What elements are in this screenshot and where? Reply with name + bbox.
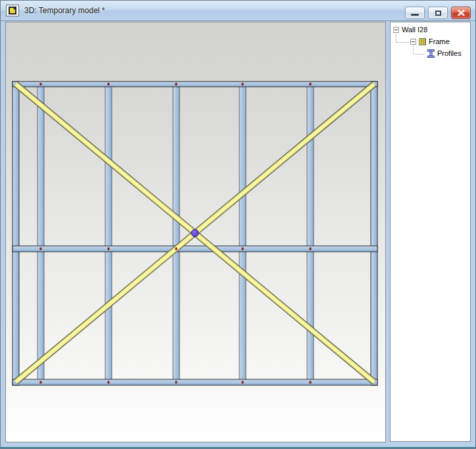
connection-marker	[242, 83, 244, 85]
connection-marker	[40, 83, 42, 85]
stud-member[interactable]	[173, 86, 179, 380]
connection-marker	[176, 381, 178, 384]
model-3d-icon	[9, 7, 16, 14]
connection-marker	[242, 248, 244, 250]
close-button[interactable]	[451, 7, 471, 19]
profile-icon	[427, 49, 435, 58]
model-viewport[interactable]	[5, 22, 386, 442]
connection-marker	[108, 83, 110, 85]
stud-member[interactable]	[239, 86, 246, 380]
rail-member[interactable]	[12, 379, 377, 385]
connection-marker	[108, 381, 110, 384]
collapse-expander-icon[interactable]	[393, 27, 399, 33]
connection-marker	[176, 83, 178, 85]
connection-marker	[242, 381, 244, 384]
stud-member[interactable]	[37, 86, 44, 380]
center-node[interactable]	[191, 229, 199, 237]
tree-connector	[396, 42, 410, 43]
frame-icon	[419, 38, 426, 45]
minimize-button[interactable]	[405, 7, 425, 19]
tree-connector	[414, 54, 425, 55]
window-system-icon[interactable]	[6, 5, 19, 16]
connection-marker	[40, 381, 42, 384]
app-window: 3D: Temporary model * Wall I28	[0, 0, 476, 449]
rail-member[interactable]	[12, 82, 377, 87]
close-icon	[458, 10, 465, 16]
tree-node-label[interactable]: Wall I28	[402, 26, 427, 34]
minimize-icon	[411, 14, 419, 16]
stud-member[interactable]	[105, 86, 112, 380]
connection-marker	[108, 248, 110, 250]
tree-node-profiles[interactable]: Profiles	[425, 48, 462, 59]
stud-member[interactable]	[307, 86, 314, 380]
connection-marker	[176, 248, 178, 250]
frame-svg	[6, 22, 385, 442]
title-bar[interactable]: 3D: Temporary model *	[1, 1, 475, 21]
window-title: 3D: Temporary model *	[24, 1, 105, 20]
rail-member[interactable]	[12, 246, 377, 252]
connection-marker	[310, 381, 312, 384]
tree-node-frame[interactable]: Frame	[410, 36, 450, 47]
tree-node-wall[interactable]: Wall I28	[393, 24, 427, 35]
connection-marker	[40, 248, 42, 250]
connection-marker	[310, 248, 312, 250]
restore-button[interactable]	[428, 7, 448, 19]
tree-node-label[interactable]: Frame	[429, 37, 450, 45]
chord-member[interactable]	[12, 82, 19, 385]
restore-icon	[435, 11, 441, 16]
tree-node-label[interactable]: Profiles	[437, 49, 462, 57]
connection-marker	[310, 83, 312, 85]
chord-member[interactable]	[371, 82, 377, 385]
collapse-expander-icon[interactable]	[410, 39, 416, 45]
model-tree-panel[interactable]: Wall I28 Frame Profiles	[390, 22, 471, 442]
